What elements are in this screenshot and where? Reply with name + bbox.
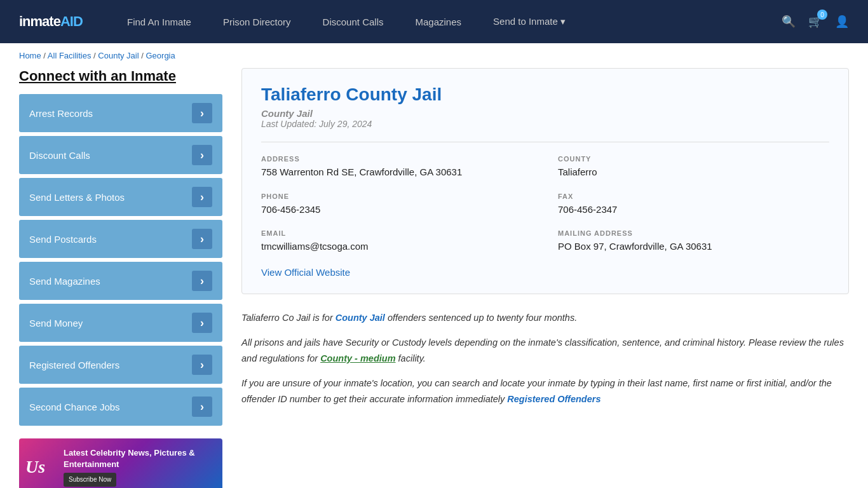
fax-value: 706-456-2347 (558, 203, 829, 217)
county-jail-link[interactable]: County Jail (336, 313, 385, 323)
description-para3: If you are unsure of your inmate's locat… (241, 376, 849, 407)
nav-send-to-inmate[interactable]: Send to Inmate ▾ (493, 16, 566, 27)
cart-badge: 0 (817, 10, 827, 20)
breadcrumb-georgia[interactable]: Georgia (146, 51, 175, 60)
sidebar-arrest-records[interactable]: Arrest Records › (19, 94, 222, 132)
phone-value: 706-456-2345 (261, 203, 532, 217)
breadcrumb-county-jail[interactable]: County Jail (98, 51, 139, 60)
ad-logo: Us (25, 457, 57, 477)
advertisement: Us Latest Celebrity News, Pictures & Ent… (19, 438, 222, 488)
arrow-icon: › (192, 103, 212, 123)
breadcrumb-home[interactable]: Home (19, 51, 41, 60)
ad-content: Latest Celebrity News, Pictures & Entert… (64, 447, 216, 487)
mailing-value: PO Box 97, Crawfordville, GA 30631 (558, 240, 829, 254)
fax-item: FAX 706-456-2347 (558, 193, 829, 217)
sidebar-title: Connect with an Inmate (19, 68, 222, 85)
breadcrumb: Home / All Facilities / County Jail / Ge… (0, 43, 868, 68)
sidebar-send-postcards[interactable]: Send Postcards › (19, 220, 222, 258)
nav-prison-directory[interactable]: Prison Directory (223, 17, 291, 27)
county-label: COUNTY (558, 155, 829, 163)
arrow-icon: › (192, 313, 212, 333)
description-para1: Taliaferro Co Jail is for County Jail of… (241, 310, 849, 326)
sidebar-send-money[interactable]: Send Money › (19, 304, 222, 342)
mailing-item: MAILING ADDRESS PO Box 97, Crawfordville… (558, 229, 829, 254)
nav-discount-calls[interactable]: Discount Calls (323, 17, 384, 27)
phone-label: PHONE (261, 193, 532, 200)
sidebar-discount-calls[interactable]: Discount Calls › (19, 136, 222, 174)
county-value: Taliaferro (558, 165, 829, 180)
header-right: 🔍 🛒 0 👤 (782, 15, 849, 29)
user-icon[interactable]: 👤 (835, 15, 849, 29)
phone-item: PHONE 706-456-2345 (261, 193, 532, 217)
description-para2: All prisons and jails have Security or C… (241, 335, 849, 366)
logo-text: inmateAID (19, 13, 83, 30)
facility-card: Taliaferro County Jail County Jail Last … (241, 68, 849, 294)
facility-updated: Last Updated: July 29, 2024 (261, 119, 829, 129)
facility-name: Taliaferro County Jail (261, 85, 829, 105)
arrow-icon: › (192, 187, 212, 207)
main-container: Connect with an Inmate Arrest Records › … (0, 68, 868, 488)
email-value: tmcwilliams@tcsoga.com (261, 240, 532, 254)
main-content: Taliaferro County Jail County Jail Last … (241, 68, 849, 488)
main-nav: Find An Inmate Prison Directory Discount… (127, 16, 756, 27)
email-item: EMAIL tmcwilliams@tcsoga.com (261, 229, 532, 254)
facility-info-grid: ADDRESS 758 Warrenton Rd SE, Crawfordvil… (261, 142, 829, 254)
county-item: COUNTY Taliaferro (558, 155, 829, 180)
address-value: 758 Warrenton Rd SE, Crawfordville, GA 3… (261, 165, 532, 180)
sidebar-send-magazines[interactable]: Send Magazines › (19, 262, 222, 300)
email-label: EMAIL (261, 229, 532, 237)
arrow-icon: › (192, 355, 212, 375)
registered-offenders-link[interactable]: Registered Offenders (507, 394, 600, 404)
nav-find-inmate[interactable]: Find An Inmate (127, 17, 191, 27)
arrow-icon: › (192, 271, 212, 291)
site-header: inmateAID Find An Inmate Prison Director… (0, 0, 868, 43)
arrow-icon: › (192, 145, 212, 165)
nav-magazines[interactable]: Magazines (415, 17, 461, 27)
mailing-label: MAILING ADDRESS (558, 229, 829, 237)
facility-description: Taliaferro Co Jail is for County Jail of… (241, 307, 849, 420)
official-website-link[interactable]: View Official Website (261, 267, 829, 278)
breadcrumb-all-facilities[interactable]: All Facilities (48, 51, 92, 60)
address-label: ADDRESS (261, 155, 532, 163)
site-logo[interactable]: inmateAID (19, 13, 102, 30)
facility-type: County Jail (261, 108, 829, 119)
county-medium-link[interactable]: County - medium (320, 353, 395, 363)
sidebar-second-chance-jobs[interactable]: Second Chance Jobs › (19, 388, 222, 426)
address-item: ADDRESS 758 Warrenton Rd SE, Crawfordvil… (261, 155, 532, 180)
ad-subscribe-button[interactable]: Subscribe Now (64, 473, 116, 487)
sidebar-send-letters[interactable]: Send Letters & Photos › (19, 178, 222, 216)
sidebar-registered-offenders[interactable]: Registered Offenders › (19, 346, 222, 384)
sidebar: Connect with an Inmate Arrest Records › … (19, 68, 222, 488)
cart-icon[interactable]: 🛒 0 (808, 15, 822, 29)
fax-label: FAX (558, 193, 829, 200)
search-icon[interactable]: 🔍 (782, 15, 796, 29)
arrow-icon: › (192, 396, 212, 417)
arrow-icon: › (192, 229, 212, 249)
